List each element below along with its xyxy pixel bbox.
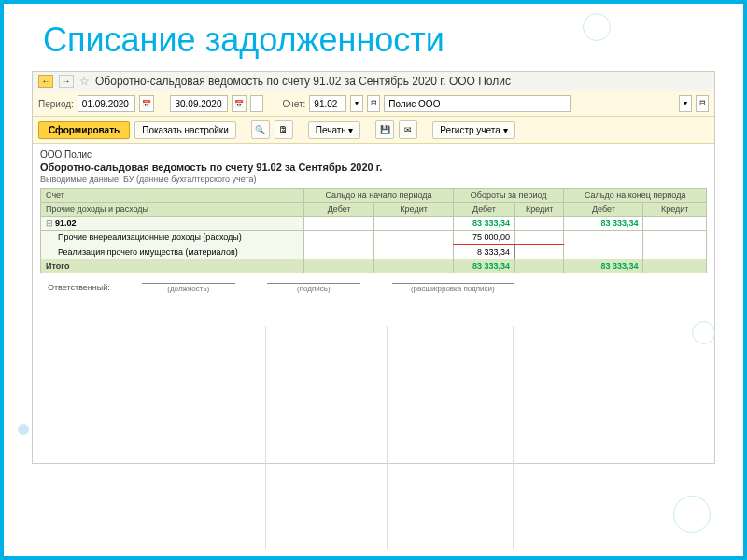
- table-row: ⊟91.02 83 333,34 83 333,34: [41, 217, 707, 231]
- cell-acct: Прочие внереализационные доходы (расходы…: [41, 231, 304, 245]
- cell-total-turn-debit: 83 333,34: [453, 259, 514, 273]
- cell-acct: Реализация прочего имущества (материалов…: [41, 245, 304, 259]
- app-header: ← → ☆ Оборотно-сальдовая ведомость по сч…: [33, 72, 714, 91]
- cell-turn-debit: 8 333,34: [453, 245, 514, 259]
- slide-title: Списание задолженности: [4, 4, 743, 60]
- grid-line: [513, 326, 514, 549]
- col-subaccount: Прочие доходы и расходы: [41, 203, 304, 217]
- register-label: Регистр учета: [440, 125, 500, 135]
- sign-decipher: (расшифровка подписи): [392, 283, 514, 293]
- period-toolbar: Период: 📅 – 📅 ... Счет: ▾ ⊟ ▾ ⊟: [33, 91, 714, 117]
- table-row: Прочие внереализационные доходы (расходы…: [41, 231, 707, 245]
- date-from-input[interactable]: [78, 95, 135, 112]
- nav-forward-button[interactable]: →: [59, 75, 74, 88]
- col-credit: Кредит: [374, 203, 454, 217]
- report-title: Оборотно-сальдовая ведомость по счету 91…: [40, 161, 707, 173]
- account-dropdown-button[interactable]: ▾: [350, 95, 363, 112]
- slide-frame: Списание задолженности ← → ☆ Оборотно-са…: [0, 0, 747, 560]
- print-button[interactable]: Печать ▾: [308, 121, 361, 139]
- report-table: Счет Сальдо на начало периода Обороты за…: [40, 188, 707, 273]
- responsible-label: Ответственный:: [48, 283, 110, 293]
- print-label: Печать: [316, 125, 346, 135]
- company-name: ООО Полис: [40, 149, 707, 160]
- org-input[interactable]: [384, 95, 571, 112]
- period-label: Период:: [38, 99, 74, 109]
- col-bal-end: Сальдо на конец периода: [564, 189, 707, 203]
- form-button[interactable]: Сформировать: [38, 121, 130, 139]
- account-input[interactable]: [309, 95, 346, 112]
- cell-acct: 91.02: [55, 218, 77, 228]
- report-body: ООО Полис Оборотно-сальдовая ведомость п…: [33, 144, 714, 463]
- cell-turn-debit: 75 000,00: [453, 231, 514, 245]
- account-label: Счет:: [282, 99, 305, 109]
- account-select-button[interactable]: ⊟: [367, 95, 380, 112]
- table-row: Реализация прочего имущества (материалов…: [41, 245, 707, 259]
- refresh-icon[interactable]: 🖺: [275, 120, 293, 139]
- window-title: Оборотно-сальдовая ведомость по счету 91…: [95, 75, 511, 88]
- col-bal-start: Сальдо на начало периода: [304, 189, 454, 203]
- cell-total-end-debit: 83 333,34: [564, 259, 643, 273]
- save-icon[interactable]: 💾: [375, 120, 394, 139]
- calendar-icon[interactable]: 📅: [232, 95, 247, 112]
- calendar-icon[interactable]: 📅: [139, 95, 154, 112]
- decoration: [18, 424, 29, 435]
- email-icon[interactable]: ✉: [399, 120, 417, 139]
- col-account: Счет: [41, 189, 304, 203]
- signature-row: Ответственный: (должность) (подпись) (ра…: [48, 283, 707, 293]
- app-window: ← → ☆ Оборотно-сальдовая ведомость по сч…: [32, 71, 715, 464]
- col-credit: Кредит: [643, 203, 707, 217]
- col-debit: Дебет: [304, 203, 374, 217]
- action-toolbar: Сформировать Показать настройки 🔍 🖺 Печа…: [33, 117, 714, 144]
- date-dash: –: [158, 99, 167, 109]
- cell-end-debit: 83 333,34: [564, 217, 643, 231]
- date-to-input[interactable]: [170, 95, 228, 112]
- register-button[interactable]: Регистр учета ▾: [432, 121, 514, 139]
- nav-back-button[interactable]: ←: [38, 75, 53, 88]
- favorite-icon[interactable]: ☆: [79, 75, 90, 88]
- cell-total-label: Итого: [41, 259, 304, 273]
- org-dropdown-button[interactable]: ▾: [679, 95, 692, 112]
- col-debit: Дебет: [453, 203, 514, 217]
- period-more-button[interactable]: ...: [250, 95, 263, 112]
- org-select-button[interactable]: ⊟: [696, 95, 709, 112]
- decoration: [692, 321, 715, 344]
- decoration: [673, 496, 711, 533]
- decoration: [583, 13, 611, 41]
- col-turnover: Обороты за период: [453, 189, 563, 203]
- grid-line: [387, 326, 388, 549]
- table-total-row: Итого 83 333,34 83 333,34: [41, 259, 707, 273]
- show-settings-button[interactable]: Показать настройки: [134, 121, 236, 139]
- sign-position: (должность): [142, 283, 235, 293]
- sign-signature: (подпись): [267, 283, 360, 293]
- cell-turn-debit: 83 333,34: [453, 217, 514, 231]
- search-icon[interactable]: 🔍: [251, 120, 270, 139]
- collapse-icon[interactable]: ⊟: [46, 218, 55, 228]
- col-debit: Дебет: [564, 203, 643, 217]
- col-credit: Кредит: [515, 203, 564, 217]
- report-subtitle: Выводимые данные: БУ (данные бухгалтерск…: [40, 175, 707, 184]
- grid-line: [265, 326, 266, 549]
